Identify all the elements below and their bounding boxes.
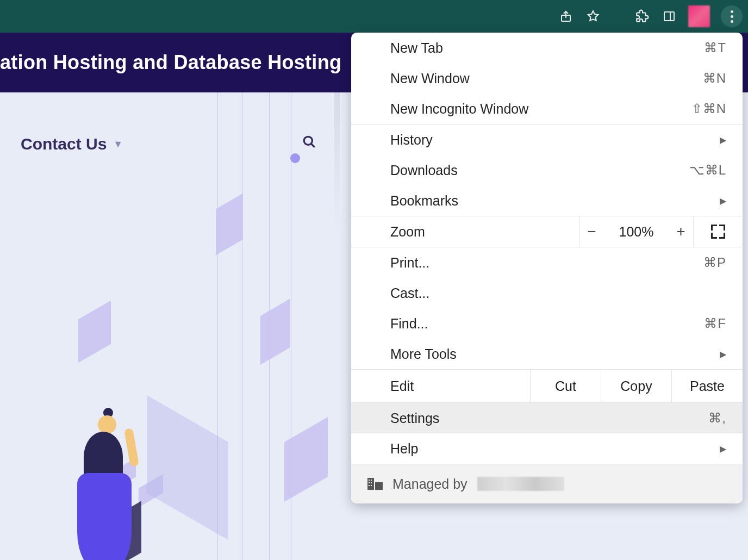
menu-item-shortcut: ⌥⌘L bbox=[689, 163, 726, 178]
menu-item-label: Bookmarks bbox=[390, 193, 458, 209]
menu-item-label: New Window bbox=[390, 71, 470, 86]
menu-item-print[interactable]: Print...⌘P bbox=[351, 247, 743, 278]
menu-item-label: Settings bbox=[390, 410, 439, 426]
profile-avatar[interactable] bbox=[688, 5, 710, 27]
menu-item-history[interactable]: History▶ bbox=[351, 125, 743, 155]
menu-item-new-tab[interactable]: New Tab⌘T bbox=[351, 33, 743, 63]
zoom-out-button[interactable]: − bbox=[581, 223, 603, 240]
menu-item-downloads[interactable]: Downloads⌥⌘L bbox=[351, 155, 743, 185]
chrome-menu: New Tab⌘TNew Window⌘NNew Incognito Windo… bbox=[351, 33, 743, 503]
menu-item-more-tools[interactable]: More Tools▶ bbox=[351, 339, 743, 369]
menu-item-cast[interactable]: Cast... bbox=[351, 278, 743, 308]
menu-item-shortcut: ⌘F bbox=[704, 316, 726, 331]
zoom-in-button[interactable]: + bbox=[670, 223, 691, 240]
star-icon[interactable] bbox=[585, 8, 601, 24]
menu-item-label: New Incognito Window bbox=[390, 101, 528, 117]
extensions-icon[interactable] bbox=[634, 8, 650, 24]
menu-item-new-incognito-window[interactable]: New Incognito Window⇧⌘N bbox=[351, 94, 743, 124]
svg-rect-1 bbox=[664, 12, 674, 21]
edit-cut-button[interactable]: Cut bbox=[531, 370, 601, 402]
menu-item-label: Cast... bbox=[390, 285, 429, 301]
menu-item-label: Downloads bbox=[390, 163, 458, 178]
managed-by-label: Managed by bbox=[392, 476, 467, 492]
organization-icon bbox=[367, 478, 383, 490]
side-panel-icon[interactable] bbox=[661, 8, 677, 24]
decorative-shape bbox=[78, 301, 111, 363]
menu-item-label: New Tab bbox=[390, 40, 443, 56]
edit-paste-button[interactable]: Paste bbox=[672, 370, 743, 402]
decorative-shape bbox=[216, 194, 243, 256]
caret-right-icon: ▶ bbox=[720, 196, 726, 206]
menu-item-shortcut: ⌘T bbox=[704, 40, 726, 55]
menu-item-label: More Tools bbox=[390, 346, 457, 362]
svg-line-4 bbox=[311, 144, 315, 147]
nav-contact-us[interactable]: Contact Us ▼ bbox=[21, 135, 123, 153]
menu-item-shortcut: ⌘, bbox=[708, 410, 726, 426]
decorative-dot bbox=[290, 153, 300, 163]
managed-by-org-redacted bbox=[477, 477, 564, 491]
caret-right-icon: ▶ bbox=[720, 444, 726, 454]
page-title: ation Hosting and Database Hosting bbox=[0, 51, 341, 74]
browser-toolbar bbox=[0, 0, 748, 33]
menu-item-shortcut: ⌘P bbox=[703, 255, 726, 270]
menu-zoom-label: Zoom bbox=[351, 216, 579, 247]
caret-right-icon: ▶ bbox=[720, 135, 726, 145]
chrome-menu-button[interactable] bbox=[721, 5, 743, 27]
managed-by-row[interactable]: Managed by bbox=[351, 464, 743, 503]
menu-item-bookmarks[interactable]: Bookmarks▶ bbox=[351, 185, 743, 216]
caret-right-icon: ▶ bbox=[720, 349, 726, 359]
decorative-shape bbox=[260, 298, 290, 365]
zoom-value: 100% bbox=[619, 224, 654, 240]
menu-item-new-window[interactable]: New Window⌘N bbox=[351, 63, 743, 94]
svg-point-3 bbox=[304, 136, 312, 145]
menu-item-settings[interactable]: Settings⌘, bbox=[351, 403, 743, 433]
menu-item-help[interactable]: Help▶ bbox=[351, 433, 743, 464]
menu-item-label: Print... bbox=[390, 255, 429, 271]
menu-item-shortcut: ⇧⌘N bbox=[691, 101, 726, 116]
menu-item-shortcut: ⌘N bbox=[703, 71, 726, 86]
menu-item-find[interactable]: Find...⌘F bbox=[351, 308, 743, 339]
search-icon[interactable] bbox=[302, 135, 316, 153]
menu-item-label: Help bbox=[390, 441, 418, 457]
nav-contact-label: Contact Us bbox=[21, 135, 107, 153]
fullscreen-button[interactable] bbox=[694, 216, 743, 247]
menu-item-label: Find... bbox=[390, 316, 428, 332]
edit-copy-button[interactable]: Copy bbox=[601, 370, 672, 402]
illustration-person bbox=[71, 408, 152, 560]
share-icon[interactable] bbox=[558, 8, 574, 24]
chevron-down-icon: ▼ bbox=[113, 139, 123, 150]
menu-item-label: History bbox=[390, 132, 433, 148]
decorative-shape bbox=[147, 395, 228, 540]
menu-edit-label: Edit bbox=[351, 370, 531, 402]
